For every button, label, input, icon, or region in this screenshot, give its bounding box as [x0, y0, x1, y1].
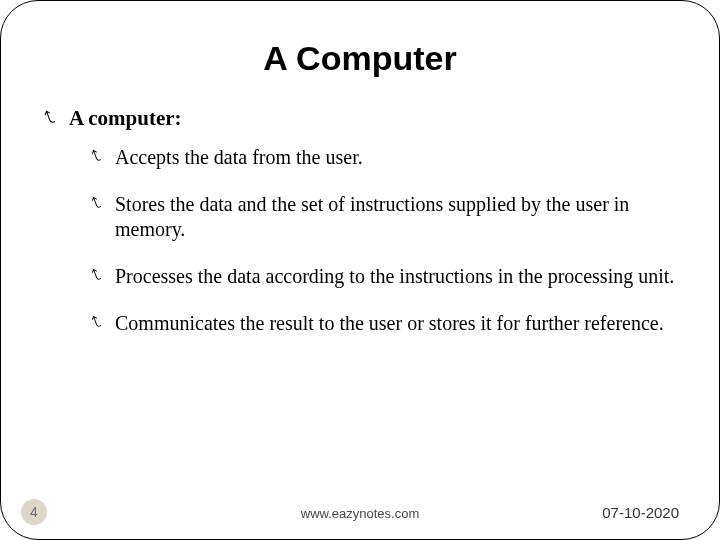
- list-item-l2: Processes the data according to the inst…: [93, 264, 679, 289]
- list-item-l2: Accepts the data from the user.: [93, 145, 679, 170]
- list-item-l1: A computer: Accepts the data from the us…: [45, 106, 679, 336]
- footer-date: 07-10-2020: [602, 504, 679, 521]
- content-list: A computer: Accepts the data from the us…: [45, 106, 679, 336]
- footer-site: www.eazynotes.com: [301, 506, 420, 521]
- l1-label: A computer:: [69, 106, 182, 130]
- slide-frame: A Computer A computer: Accepts the data …: [0, 0, 720, 540]
- page-number-badge: 4: [21, 499, 47, 525]
- slide-title: A Computer: [41, 39, 679, 78]
- page-number: 4: [30, 504, 38, 520]
- list-item-l2: Stores the data and the set of instructi…: [93, 192, 679, 242]
- sub-list: Accepts the data from the user. Stores t…: [93, 145, 679, 336]
- list-item-l2: Communicates the result to the user or s…: [93, 311, 679, 336]
